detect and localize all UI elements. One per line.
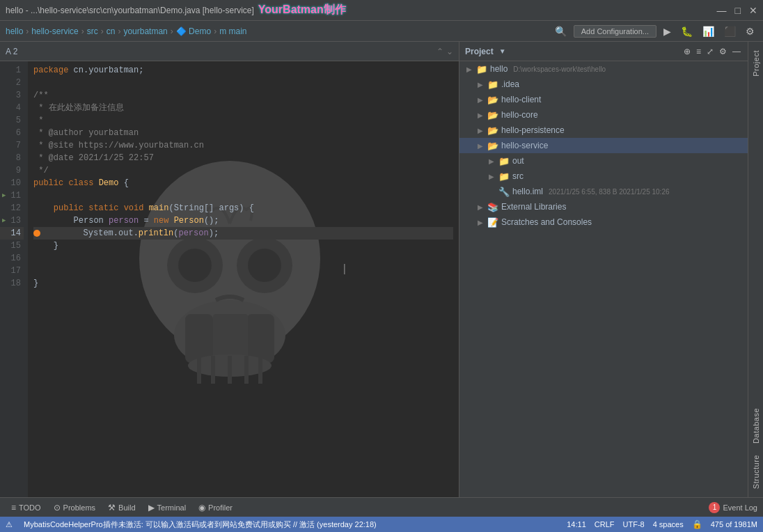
tree-out[interactable]: ▶ 📁 out bbox=[459, 153, 748, 169]
tree-scratches[interactable]: ▶ 📝 Scratches and Consoles bbox=[459, 214, 748, 230]
vtab-project[interactable]: Project bbox=[750, 45, 762, 82]
problems-tab[interactable]: ⊙ Problems bbox=[48, 501, 101, 514]
code-line-1: package cn.yourbatman; bbox=[33, 64, 453, 77]
line-numbers: 1 2 3 4 5 6 7 8 9 10 ▶ 11 12 ▶ 13 14 15 bbox=[0, 61, 28, 497]
nav-src[interactable]: src bbox=[87, 26, 98, 36]
project-title: Project bbox=[465, 47, 494, 56]
hello-client-folder-icon: 📂 bbox=[487, 95, 498, 105]
nav-cn[interactable]: cn bbox=[107, 26, 116, 36]
tree-src[interactable]: ▶ 📁 src bbox=[459, 169, 748, 184]
line-ending[interactable]: CRLF bbox=[595, 520, 615, 529]
tree-hello-client[interactable]: ▶ 📂 hello-client bbox=[459, 92, 748, 107]
gear-settings-icon[interactable]: ⚙ bbox=[718, 45, 728, 58]
profiler-tab[interactable]: ◉ Profiler bbox=[193, 501, 238, 514]
terminal-icon: ▶ bbox=[148, 503, 155, 513]
status-bar: ⚠ MybatisCodeHelperPro插件未激活: 可以输入激活码或者到网… bbox=[0, 517, 763, 532]
todo-icon: ≡ bbox=[11, 503, 16, 513]
memory-info: 475 of 1981M bbox=[711, 520, 757, 529]
close-button[interactable]: ✕ bbox=[749, 5, 757, 16]
tree-hello-service[interactable]: ▶ 📂 hello-service bbox=[459, 138, 748, 153]
add-configuration-button[interactable]: Add Configuration... bbox=[574, 25, 656, 38]
code-line-17 bbox=[33, 265, 453, 277]
root-path: D:\workspaces-work\test\hello bbox=[513, 65, 606, 73]
main-content: A 2 ⌃ ⌄ bbox=[0, 42, 763, 497]
stop-icon[interactable]: ⬛ bbox=[721, 24, 739, 38]
nav-hello[interactable]: hello bbox=[6, 26, 23, 36]
vtab-structure[interactable]: Structure bbox=[750, 449, 762, 494]
window-controls[interactable]: — □ ✕ bbox=[717, 5, 757, 16]
out-label: out bbox=[512, 156, 524, 166]
project-panel: Project ▼ ⊕ ≡ ⤢ ⚙ — ▶ 📁 hello D:\workspa… bbox=[459, 42, 748, 497]
code-line-7: * @site https://www.yourbatman.cn bbox=[33, 139, 453, 152]
build-tab[interactable]: ⚒ Build bbox=[102, 501, 141, 514]
idea-folder-icon: 📁 bbox=[487, 79, 498, 90]
title-bar: hello - ...\hello-service\src\cn\yourbat… bbox=[0, 0, 763, 21]
nav-demo[interactable]: 🔷 Demo bbox=[176, 26, 211, 36]
hello-service-arrow: ▶ bbox=[476, 142, 485, 150]
event-log[interactable]: 1 Event Log bbox=[709, 502, 757, 513]
nav-yourbatman[interactable]: yourbatman bbox=[123, 26, 167, 36]
code-line-10: public class Demo { bbox=[33, 177, 453, 189]
todo-tab[interactable]: ≡ TODO bbox=[6, 501, 47, 514]
nav-bar: hello › hello-service › src › cn › yourb… bbox=[0, 21, 763, 42]
event-log-count: 1 bbox=[709, 502, 720, 513]
unfold-icon[interactable]: ⌄ bbox=[446, 47, 453, 56]
vertical-tabs: Project Database Structure bbox=[748, 42, 763, 497]
add-item-icon[interactable]: ⊕ bbox=[682, 45, 692, 58]
project-tree[interactable]: ▶ 📁 hello D:\workspaces-work\test\hello … bbox=[459, 61, 748, 497]
tree-hello-core[interactable]: ▶ 📂 hello-core bbox=[459, 107, 748, 123]
code-line-15: } bbox=[33, 240, 453, 252]
hello-core-folder-icon: 📂 bbox=[487, 110, 498, 120]
iml-file-icon: 🔧 bbox=[498, 187, 510, 197]
iml-arrow bbox=[487, 188, 496, 196]
tree-hello-persistence[interactable]: ▶ 📂 hello-persistence bbox=[459, 123, 748, 138]
cursor-indicator: | bbox=[341, 263, 348, 276]
hello-persistence-arrow: ▶ bbox=[476, 127, 485, 134]
code-line-12: public static void main(String[] args) { bbox=[33, 202, 453, 214]
window-title: hello - ...\hello-service\src\cn\yourbat… bbox=[6, 6, 254, 15]
indent-setting[interactable]: 4 spaces bbox=[653, 520, 684, 529]
nav-main[interactable]: m main bbox=[219, 26, 246, 36]
code-line-13: Person person = new Person(); bbox=[33, 214, 453, 227]
expand-all-icon[interactable]: ⤢ bbox=[705, 45, 715, 58]
iml-meta: 2021/1/25 6:55, 838 B 2021/1/25 10:26 bbox=[549, 188, 670, 196]
code-line-2 bbox=[33, 77, 453, 89]
terminal-tab[interactable]: ▶ Terminal bbox=[143, 501, 192, 514]
maximize-button[interactable]: □ bbox=[735, 5, 741, 16]
encoding[interactable]: UTF-8 bbox=[623, 520, 645, 529]
out-arrow: ▶ bbox=[487, 157, 496, 165]
tree-idea[interactable]: ▶ 📁 .idea bbox=[459, 77, 748, 92]
cursor-position[interactable]: 14:11 bbox=[567, 520, 586, 529]
code-line-16 bbox=[33, 252, 453, 265]
tree-hello-iml[interactable]: 🔧 hello.iml 2021/1/25 6:55, 838 B 2021/1… bbox=[459, 184, 748, 199]
iml-label: hello.iml bbox=[512, 187, 543, 196]
nav-hello-service[interactable]: hello-service bbox=[31, 26, 78, 36]
hello-service-folder-icon: 📂 bbox=[487, 141, 498, 151]
terminal-label: Terminal bbox=[157, 503, 187, 512]
run-with-coverage-icon[interactable]: 📊 bbox=[700, 24, 717, 38]
hello-persistence-label: hello-persistence bbox=[501, 125, 565, 135]
run-icon[interactable]: ▶ bbox=[661, 24, 674, 38]
code-line-11 bbox=[33, 189, 453, 202]
tree-root-hello[interactable]: ▶ 📁 hello D:\workspaces-work\test\hello bbox=[459, 61, 748, 77]
problems-label: Problems bbox=[63, 503, 95, 512]
debug-icon[interactable]: 🐛 bbox=[678, 24, 695, 38]
minimize-button[interactable]: — bbox=[717, 5, 727, 16]
code-editor[interactable]: package cn.yourbatman; /** * 在此处添加备注信息 *… bbox=[28, 61, 459, 497]
code-line-18: } bbox=[33, 277, 453, 290]
editor-body[interactable]: 1 2 3 4 5 6 7 8 9 10 ▶ 11 12 ▶ 13 14 15 bbox=[0, 61, 459, 497]
project-dropdown-icon[interactable]: ▼ bbox=[499, 47, 506, 55]
search-everywhere-icon[interactable]: 🔍 bbox=[552, 24, 569, 38]
settings-icon[interactable]: ⚙ bbox=[743, 24, 757, 38]
vtab-database[interactable]: Database bbox=[750, 402, 762, 449]
event-log-label: Event Log bbox=[723, 503, 757, 512]
fold-icon[interactable]: ⌃ bbox=[436, 47, 443, 56]
hello-core-label: hello-core bbox=[501, 110, 538, 120]
minimize-panel-icon[interactable]: — bbox=[731, 45, 742, 58]
tree-external-libraries[interactable]: ▶ 📚 External Libraries bbox=[459, 199, 748, 214]
editor-header: A 2 ⌃ ⌄ bbox=[0, 42, 459, 61]
editor-area[interactable]: A 2 ⌃ ⌄ bbox=[0, 42, 459, 497]
src-label: src bbox=[512, 171, 524, 181]
tree-view-icon[interactable]: ≡ bbox=[695, 45, 702, 58]
status-right: 14:11 CRLF UTF-8 4 spaces 🔒 475 of 1981M bbox=[567, 519, 757, 529]
